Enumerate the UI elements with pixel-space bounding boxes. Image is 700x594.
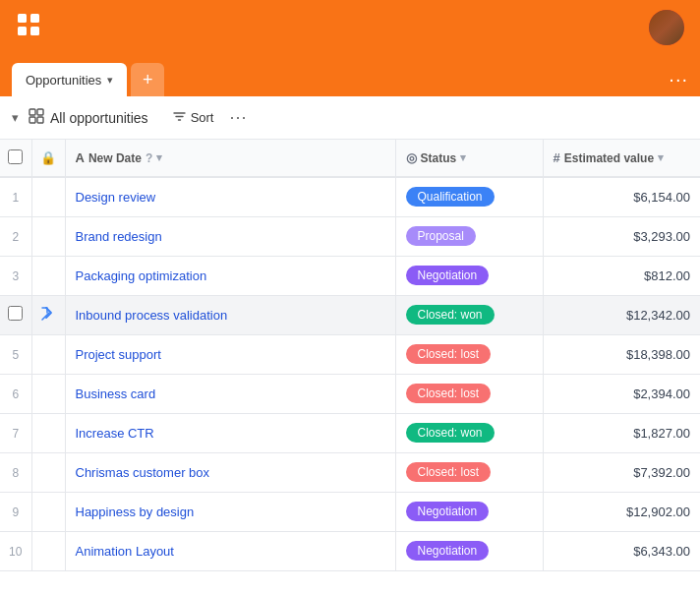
td-opportunity-name[interactable]: Increase CTR bbox=[65, 413, 395, 452]
table-body: 1Design reviewQualification$6,154.002Bra… bbox=[0, 177, 700, 570]
td-checkbox[interactable]: 1 bbox=[0, 177, 31, 216]
toolbar: ▾ All opportunities Sort ··· bbox=[0, 96, 700, 140]
table-row: 5Project supportClosed: lost$18,398.00 bbox=[0, 334, 700, 374]
td-checkbox[interactable]: 9 bbox=[0, 492, 31, 531]
table-view-icon[interactable] bbox=[29, 108, 44, 127]
table-row: 7Increase CTRClosed: won$1,827.00 bbox=[0, 413, 700, 452]
select-all-checkbox[interactable] bbox=[8, 149, 23, 164]
td-estimated-value: $3,293.00 bbox=[543, 216, 700, 256]
td-status: Proposal bbox=[395, 216, 543, 256]
td-expand bbox=[31, 374, 65, 413]
td-estimated-value: $18,398.00 bbox=[543, 334, 700, 374]
th-status[interactable]: ◎ Status ▾ bbox=[395, 140, 543, 177]
table-row: 6Business cardClosed: lost$2,394.00 bbox=[0, 374, 700, 413]
th-value[interactable]: # Estimated value ▾ bbox=[543, 140, 700, 177]
th-value-label: Estimated value bbox=[564, 151, 654, 165]
opportunities-table: 🔒 A New Date ? ▾ ◎ Status ▾ bbox=[0, 140, 700, 571]
th-status-label: Status bbox=[421, 151, 457, 165]
td-estimated-value: $812.00 bbox=[543, 256, 700, 295]
svg-rect-3 bbox=[30, 27, 39, 35]
td-opportunity-name[interactable]: Design review bbox=[65, 177, 395, 216]
td-estimated-value: $2,394.00 bbox=[543, 374, 700, 413]
view-all-label[interactable]: All opportunities bbox=[50, 110, 148, 126]
td-expand bbox=[31, 256, 65, 295]
td-checkbox[interactable]: 5 bbox=[0, 334, 31, 374]
row-checkbox[interactable] bbox=[8, 306, 23, 321]
td-estimated-value: $12,342.00 bbox=[543, 295, 700, 334]
td-opportunity-name[interactable]: Chrismas customer box bbox=[65, 452, 395, 492]
table-row: 9Happiness by designNegotiation$12,902.0… bbox=[0, 492, 700, 531]
td-status: Negotiation bbox=[395, 492, 543, 531]
row-number: 7 bbox=[12, 427, 19, 441]
sort-button[interactable]: Sort bbox=[162, 105, 224, 131]
td-expand bbox=[31, 216, 65, 256]
status-badge: Closed: lost bbox=[406, 344, 492, 364]
avatar[interactable] bbox=[649, 10, 684, 45]
td-expand bbox=[31, 334, 65, 374]
td-checkbox[interactable]: 2 bbox=[0, 216, 31, 256]
td-estimated-value: $7,392.00 bbox=[543, 452, 700, 492]
td-checkbox[interactable]: 8 bbox=[0, 452, 31, 492]
opportunities-tab[interactable]: Opportunities ▾ bbox=[12, 63, 127, 96]
table-row: 10Animation LayoutNegotiation$6,343.00 bbox=[0, 531, 700, 570]
status-badge: Closed: lost bbox=[406, 462, 492, 482]
sort-label: Sort bbox=[191, 110, 214, 125]
td-checkbox[interactable] bbox=[0, 295, 31, 334]
svg-rect-4 bbox=[29, 109, 35, 115]
td-status: Closed: lost bbox=[395, 334, 543, 374]
th-value-icon: # bbox=[554, 150, 560, 165]
th-name-label: New Date bbox=[88, 151, 142, 165]
th-name-sort-icon: ▾ bbox=[156, 151, 162, 164]
tabs-bar: Opportunities ▾ + ··· bbox=[0, 55, 700, 96]
expand-icon[interactable] bbox=[40, 307, 56, 324]
top-header bbox=[0, 0, 700, 55]
svg-rect-5 bbox=[37, 109, 43, 115]
td-status: Closed: lost bbox=[395, 452, 543, 492]
status-badge: Negotiation bbox=[406, 266, 490, 285]
th-checkbox[interactable] bbox=[0, 140, 31, 177]
td-status: Negotiation bbox=[395, 256, 543, 295]
td-status: Qualification bbox=[395, 177, 543, 216]
toolbar-expand-icon[interactable]: ▾ bbox=[12, 110, 19, 125]
td-status: Closed: won bbox=[395, 413, 543, 452]
td-expand bbox=[31, 452, 65, 492]
td-status: Negotiation bbox=[395, 531, 543, 570]
td-opportunity-name[interactable]: Project support bbox=[65, 334, 395, 374]
td-opportunity-name[interactable]: Business card bbox=[65, 374, 395, 413]
td-opportunity-name[interactable]: Packaging optimization bbox=[65, 256, 395, 295]
row-number: 10 bbox=[9, 545, 22, 559]
td-checkbox[interactable]: 7 bbox=[0, 413, 31, 452]
td-expand bbox=[31, 531, 65, 570]
row-number: 1 bbox=[12, 191, 19, 205]
td-checkbox[interactable]: 3 bbox=[0, 256, 31, 295]
status-badge: Closed: won bbox=[406, 305, 495, 325]
svg-rect-2 bbox=[18, 27, 27, 35]
svg-rect-0 bbox=[18, 14, 27, 23]
td-opportunity-name[interactable]: Brand redesign bbox=[65, 216, 395, 256]
toolbar-more-button[interactable]: ··· bbox=[229, 107, 247, 128]
table-row: 1Design reviewQualification$6,154.00 bbox=[0, 177, 700, 216]
sort-icon bbox=[172, 109, 187, 127]
status-badge: Qualification bbox=[406, 187, 495, 207]
td-opportunity-name[interactable]: Animation Layout bbox=[65, 531, 395, 570]
grid-icon[interactable] bbox=[16, 12, 41, 43]
status-badge: Closed: won bbox=[406, 423, 495, 443]
tabs-more-button[interactable]: ··· bbox=[669, 68, 688, 96]
td-status: Closed: lost bbox=[395, 374, 543, 413]
td-expand bbox=[31, 177, 65, 216]
row-number: 8 bbox=[12, 466, 19, 480]
tab-chevron-icon: ▾ bbox=[107, 74, 113, 87]
td-expand[interactable] bbox=[31, 295, 65, 334]
th-status-icon: ◎ bbox=[406, 150, 417, 165]
row-number: 9 bbox=[12, 505, 19, 519]
td-checkbox[interactable]: 10 bbox=[0, 531, 31, 570]
td-opportunity-name[interactable]: Happiness by design bbox=[65, 492, 395, 531]
more-dots-icon: ··· bbox=[669, 68, 688, 89]
status-badge: Negotiation bbox=[406, 541, 490, 561]
status-badge: Closed: lost bbox=[406, 384, 492, 403]
add-tab-button[interactable]: + bbox=[131, 63, 164, 96]
th-name[interactable]: A New Date ? ▾ bbox=[65, 140, 395, 177]
td-opportunity-name[interactable]: Inbound process validation bbox=[65, 295, 395, 334]
table-row: 8Chrismas customer boxClosed: lost$7,392… bbox=[0, 452, 700, 492]
td-checkbox[interactable]: 6 bbox=[0, 374, 31, 413]
